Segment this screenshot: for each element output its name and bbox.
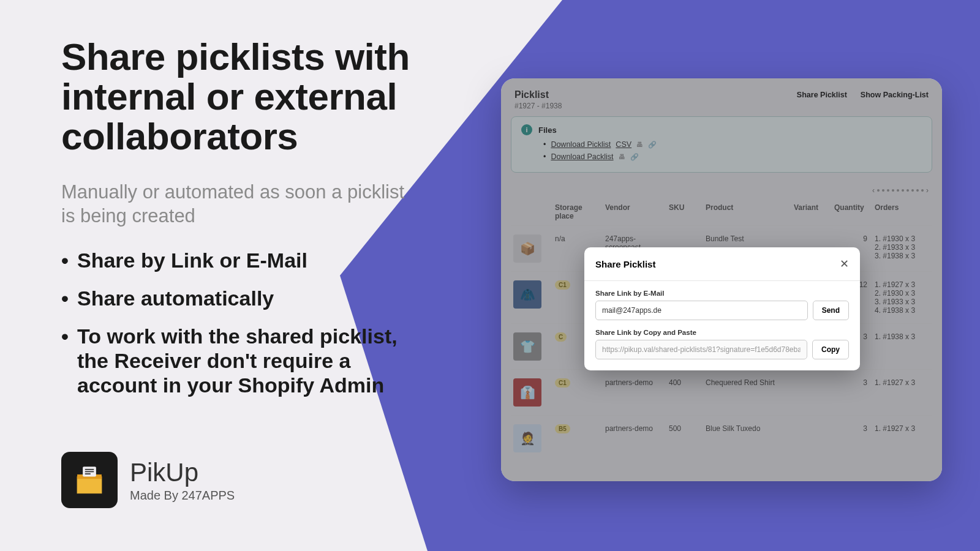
brand-logo	[61, 452, 118, 508]
col-product: Product	[706, 203, 791, 212]
vendor-cell: partners-demo	[605, 424, 666, 433]
print-icon[interactable]: 🖶	[636, 141, 643, 148]
storage-badge: C	[555, 332, 567, 342]
product-cell: Blue Silk Tuxedo	[706, 424, 791, 433]
quantity-cell: 3	[834, 424, 872, 433]
brand-name: PikUp	[130, 458, 235, 487]
copy-section-label: Share Link by Copy and Paste	[595, 329, 849, 336]
svg-rect-5	[85, 473, 91, 474]
box-icon	[72, 462, 107, 498]
orders-cell: 1. #1930 x 3 2. #1933 x 3 3. #1938 x 3	[875, 234, 942, 260]
info-icon: i	[521, 124, 532, 135]
orders-cell: 1. #1927 x 3	[875, 378, 942, 387]
quantity-cell: 9	[834, 234, 872, 243]
product-thumb: 📦	[513, 234, 541, 263]
storage-badge: B5	[555, 424, 570, 433]
brand-maker: Made By 247APPS	[130, 489, 235, 503]
storage-badge: C1	[555, 280, 570, 290]
quantity-cell: 3	[834, 378, 872, 387]
download-picklist-link[interactable]: Download Picklist	[551, 140, 611, 149]
chevron-left-icon[interactable]: ‹	[872, 186, 875, 195]
order-range: #1927 - #1938	[511, 102, 932, 116]
link-icon[interactable]: 🔗	[648, 141, 657, 149]
files-card: i Files • Download Picklist CSV 🖶 🔗 • Do…	[511, 116, 932, 173]
feature-item: Share by Link or E-Mail	[61, 248, 417, 272]
sku-cell: 500	[669, 424, 703, 433]
orders-cell: 1. #1927 x 3	[875, 424, 942, 433]
close-icon[interactable]: ✕	[840, 257, 849, 271]
product-thumb: 🧥	[513, 280, 541, 309]
page-title: Picklist	[514, 89, 549, 100]
link-icon[interactable]: 🔗	[630, 153, 639, 161]
col-quantity: Quantity	[834, 203, 872, 212]
download-packlist-link[interactable]: Download Packlist	[551, 152, 613, 161]
feature-item: To work with the shared picklist, the Re…	[61, 324, 417, 397]
svg-rect-3	[85, 469, 94, 470]
marketing-copy: Share picklists with internal or externa…	[61, 37, 417, 411]
files-title: Files	[538, 126, 557, 135]
email-field[interactable]	[595, 301, 808, 320]
brand-block: PikUp Made By 247APPS	[61, 452, 235, 508]
product-thumb: 👔	[513, 378, 541, 407]
print-icon[interactable]: 🖶	[619, 153, 625, 160]
svg-rect-4	[85, 471, 94, 473]
feature-item: Share automatically	[61, 286, 417, 310]
copy-button[interactable]: Copy	[812, 340, 849, 359]
col-sku: SKU	[669, 203, 703, 212]
table-header: Storage place Vendor SKU Product Variant…	[511, 198, 932, 225]
storage-badge: C1	[555, 378, 570, 388]
headline: Share picklists with internal or externa…	[61, 37, 417, 156]
col-orders: Orders	[875, 203, 942, 212]
sku-cell: 400	[669, 378, 703, 387]
email-section-label: Share Link by E-Mail	[595, 290, 849, 297]
feature-list: Share by Link or E-Mail Share automatica…	[61, 248, 417, 398]
product-cell: Bundle Test	[706, 234, 791, 243]
share-picklist-modal: Share Picklist ✕ Share Link by E-Mail Se…	[584, 247, 860, 370]
show-packing-list-link[interactable]: Show Packing-List	[861, 91, 929, 99]
product-cell: Chequered Red Shirt	[706, 378, 791, 387]
send-button[interactable]: Send	[813, 301, 849, 320]
share-url-field[interactable]	[595, 340, 807, 359]
brand-text: PikUp Made By 247APPS	[130, 458, 235, 503]
product-thumb: 🤵	[513, 424, 541, 452]
col-vendor: Vendor	[605, 203, 666, 212]
storage-cell: n/a	[555, 234, 603, 243]
col-variant: Variant	[794, 203, 832, 212]
table-row: 👔 C1 partners-demo 400 Chequered Red Shi…	[511, 369, 932, 415]
orders-cell: 1. #1927 x 3 2. #1930 x 3 3. #1933 x 3 4…	[875, 280, 942, 315]
chevron-right-icon[interactable]: ›	[926, 186, 929, 195]
share-picklist-link[interactable]: Share Picklist	[797, 91, 847, 99]
pagination: ‹ ›	[511, 173, 932, 198]
vendor-cell: partners-demo	[605, 378, 666, 387]
download-picklist-csv-link[interactable]: CSV	[616, 140, 631, 149]
subheadline: Manually or automated as soon a picklist…	[61, 181, 417, 228]
col-storage: Storage place	[555, 203, 603, 220]
table-row: 🤵 B5 partners-demo 500 Blue Silk Tuxedo …	[511, 415, 932, 461]
modal-title: Share Picklist	[595, 259, 655, 269]
orders-cell: 1. #1938 x 3	[875, 332, 942, 341]
product-thumb: 👕	[513, 332, 541, 361]
svg-rect-0	[77, 477, 102, 493]
